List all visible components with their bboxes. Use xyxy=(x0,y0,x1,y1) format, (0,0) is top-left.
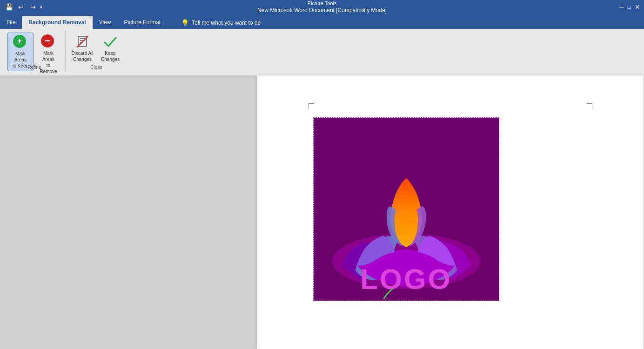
corner-marker-tr xyxy=(587,103,592,109)
tab-picture-format[interactable]: Picture Format xyxy=(118,16,168,29)
ribbon: + Mark Areasto Keep − Mark Areasto Remov… xyxy=(0,29,644,75)
tell-me-search[interactable]: 💡 Tell me what you want to do xyxy=(176,17,265,29)
picture-tools-context-label: Picture Tools xyxy=(308,0,337,7)
refine-group-label: Refine xyxy=(4,65,65,70)
tab-file[interactable]: File xyxy=(0,16,22,29)
close-button[interactable]: ✕ xyxy=(635,3,640,11)
tab-view[interactable]: View xyxy=(93,16,118,29)
main-area: LOGO xyxy=(0,75,644,349)
quick-access-toolbar: 💾 ↩ ↪ ▾ xyxy=(0,2,42,12)
close-group-label: Close xyxy=(66,65,127,70)
keep-changes-icon xyxy=(103,34,118,49)
ribbon-group-refine: + Mark Areasto Keep − Mark Areasto Remov… xyxy=(4,31,66,72)
restore-button[interactable]: □ xyxy=(628,4,631,10)
qat-dropdown-button[interactable]: ▾ xyxy=(40,5,42,10)
keep-changes-label: KeepChanges xyxy=(101,50,120,62)
redo-qat-button[interactable]: ↪ xyxy=(28,2,38,12)
remove-circle-icon: − xyxy=(41,34,54,47)
keep-circle-icon: + xyxy=(13,35,26,48)
discard-changes-label: Discard AllChanges xyxy=(71,50,93,62)
lightbulb-icon: 💡 xyxy=(181,19,189,27)
save-qat-button[interactable]: 💾 xyxy=(4,2,14,12)
mark-remove-icon: − xyxy=(41,34,56,49)
corner-marker-tl xyxy=(309,103,314,109)
selected-image-container[interactable]: LOGO xyxy=(313,117,499,301)
document-title: New Microsoft Word Document [Compatibili… xyxy=(257,7,387,14)
ribbon-group-close: Discard AllChanges KeepChanges Close xyxy=(66,31,127,72)
keep-changes-button[interactable]: KeepChanges xyxy=(97,33,123,64)
minimize-button[interactable]: ─ xyxy=(619,3,624,11)
tab-bar: File Background Removal View Picture For… xyxy=(0,14,644,29)
mark-keep-icon: + xyxy=(13,35,28,50)
svg-text:LOGO: LOGO xyxy=(360,263,452,295)
mark-remove-label: Mark Areasto Remove xyxy=(37,50,60,74)
document-page: LOGO xyxy=(257,75,644,349)
search-placeholder-text: Tell me what you want to do xyxy=(192,20,261,26)
undo-qat-button[interactable]: ↩ xyxy=(16,2,26,12)
discard-all-changes-button[interactable]: Discard AllChanges xyxy=(69,33,95,64)
left-grey-area xyxy=(0,75,257,349)
tab-background-removal[interactable]: Background Removal xyxy=(22,16,92,29)
discard-icon xyxy=(75,34,90,49)
logo-image: LOGO xyxy=(314,118,499,301)
